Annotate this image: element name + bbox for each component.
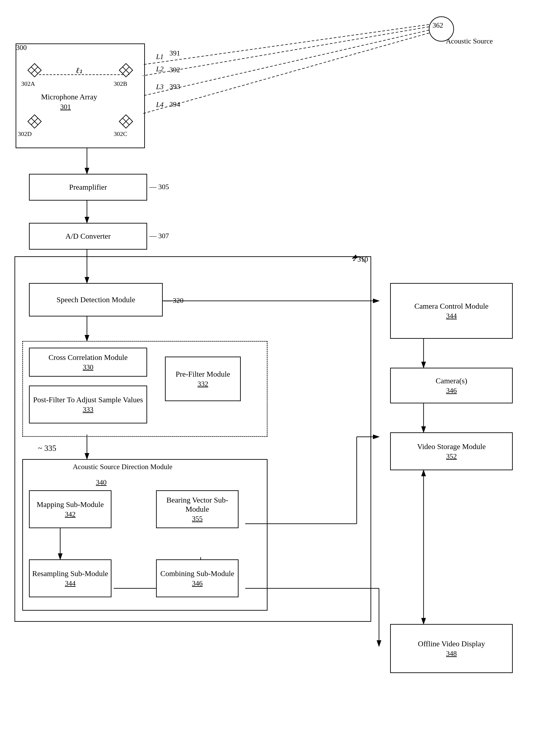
acoustic-direction-label: Acoustic Source Direction Module bbox=[67, 462, 178, 471]
outer-box-ref: 300 bbox=[16, 43, 27, 52]
svg-line-4 bbox=[143, 25, 429, 65]
combining-ref: 346 bbox=[192, 579, 203, 587]
mic-302D-icon bbox=[27, 114, 42, 129]
mic-302C-icon bbox=[118, 114, 134, 129]
post-filter-ref: 333 bbox=[83, 405, 93, 413]
preamplifier-ref: — 305 bbox=[149, 183, 169, 191]
resampling-box: Resampling Sub-Module 344 bbox=[29, 559, 111, 597]
cameras-box: Camera(s) 346 bbox=[390, 368, 513, 403]
mic-302C-ref: 302C bbox=[114, 130, 127, 138]
video-storage-label: Video Storage Module bbox=[417, 442, 486, 451]
video-storage-box: Video Storage Module 352 bbox=[390, 432, 513, 470]
post-filter-label: Post-Filter To Adjust Sample Values bbox=[33, 395, 143, 404]
camera-control-label: Camera Control Module bbox=[414, 302, 488, 311]
preamplifier-label: Preamplifier bbox=[69, 183, 107, 192]
combining-box: Combining Sub-Module 346 bbox=[156, 559, 239, 597]
cross-correlation-label: Cross Correlation Module bbox=[48, 353, 128, 362]
mic-302D-ref: 302D bbox=[18, 130, 32, 138]
bearing-vector-label: Bearing Vector Sub-Module bbox=[157, 496, 238, 514]
bearing-vector-box: Bearing Vector Sub-Module 355 bbox=[156, 490, 239, 528]
mapping-label: Mapping Sub-Module bbox=[37, 500, 104, 509]
line-394-ref: 394 bbox=[169, 100, 180, 109]
svg-line-6 bbox=[143, 30, 429, 96]
bearing-vector-ref: 355 bbox=[192, 514, 203, 523]
acoustic-source-ref: 362 bbox=[432, 21, 443, 29]
video-storage-ref: 352 bbox=[446, 452, 457, 460]
line-L3-label: L3 bbox=[156, 82, 164, 91]
line-L4-label: L4 bbox=[156, 100, 164, 109]
cross-correlation-ref: 330 bbox=[83, 363, 93, 371]
resampling-label: Resampling Sub-Module bbox=[32, 569, 108, 578]
mic-302A-icon bbox=[27, 62, 42, 78]
acoustic-direction-ref: 340 bbox=[96, 478, 107, 486]
pre-filter-label: Pre-Filter Module bbox=[176, 370, 230, 379]
speech-detection-box: Speech Detection Module bbox=[29, 283, 163, 317]
camera-control-ref: 344 bbox=[446, 312, 457, 320]
ref-335: ~ 335 bbox=[38, 443, 56, 453]
combining-label: Combining Sub-Module bbox=[160, 569, 234, 578]
line-393-ref: 393 bbox=[169, 82, 180, 91]
ad-converter-box: A/D Converter bbox=[29, 223, 147, 250]
cross-correlation-box: Cross Correlation Module 330 bbox=[29, 348, 147, 376]
line-L1-label: L1 bbox=[156, 52, 164, 61]
mic-302B-ref: 302B bbox=[114, 80, 127, 87]
acoustic-source-label: Acoustic Source bbox=[446, 37, 493, 45]
ad-converter-label: A/D Converter bbox=[65, 232, 111, 241]
line-L2-label: L2 bbox=[156, 65, 164, 73]
offline-video-ref: 348 bbox=[446, 649, 457, 658]
microphone-array-ref: 301 bbox=[60, 103, 71, 111]
mic-302A-ref: 302A bbox=[21, 80, 35, 87]
line-392-ref: 392 bbox=[169, 66, 180, 74]
svg-line-5 bbox=[143, 27, 429, 76]
preamplifier-box: Preamplifier bbox=[29, 174, 147, 201]
resampling-ref: 344 bbox=[65, 579, 76, 587]
camera-control-box: Camera Control Module 344 bbox=[390, 283, 513, 339]
line-391-ref: 391 bbox=[169, 49, 180, 57]
ad-converter-ref: — 307 bbox=[149, 232, 169, 240]
svg-line-7 bbox=[143, 33, 429, 114]
offline-video-box: Offline Video Display 348 bbox=[390, 624, 513, 673]
post-filter-box: Post-Filter To Adjust Sample Values 333 bbox=[29, 385, 147, 423]
cameras-label: Camera(s) bbox=[436, 376, 467, 385]
mapping-ref: 342 bbox=[65, 510, 76, 518]
mic-302B-icon bbox=[118, 62, 134, 78]
mapping-box: Mapping Sub-Module 342 bbox=[29, 490, 111, 528]
speech-detection-ref: — 320 bbox=[164, 297, 183, 305]
speech-detection-label: Speech Detection Module bbox=[56, 295, 135, 305]
offline-video-label: Offline Video Display bbox=[418, 639, 485, 648]
ell-label: ℓ₁ bbox=[76, 66, 82, 75]
pre-filter-ref: 332 bbox=[198, 380, 208, 388]
pre-filter-box: Pre-Filter Module 332 bbox=[165, 357, 241, 401]
dsp-ref-arrow bbox=[348, 252, 370, 265]
microphone-array-label: Microphone Array bbox=[38, 93, 100, 102]
cameras-ref: 346 bbox=[446, 386, 457, 395]
